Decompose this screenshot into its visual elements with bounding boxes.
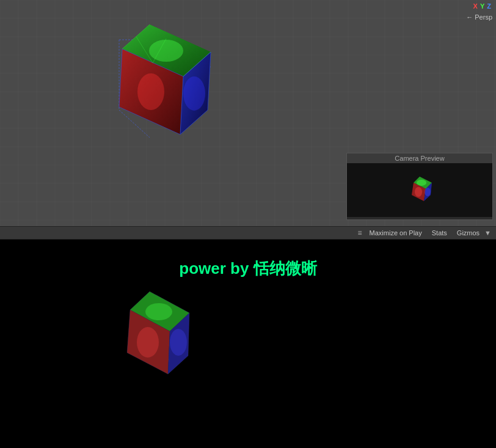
gizmos-button[interactable]: Gizmos bbox=[452, 228, 484, 238]
svg-point-22 bbox=[137, 73, 164, 110]
toolbar-buttons: Maximize on Play Stats Gizmos ▼ bbox=[365, 228, 491, 238]
stats-button[interactable]: Stats bbox=[427, 228, 452, 238]
y-axis-label: Y bbox=[480, 2, 484, 10]
maximize-on-play-button[interactable]: Maximize on Play bbox=[365, 228, 427, 238]
camera-preview-title: Camera Preview bbox=[347, 153, 492, 163]
persp-label: ← Persp bbox=[466, 13, 492, 21]
z-axis-label: Z bbox=[487, 2, 491, 10]
scene-cube bbox=[95, 21, 217, 156]
scene-viewport[interactable]: X Y Z ← Persp bbox=[0, 0, 496, 226]
toolbar-menu-icon[interactable]: ≡ bbox=[358, 229, 362, 237]
power-text: power by 恬纳微晰 bbox=[179, 258, 316, 279]
game-viewport[interactable]: power by 恬纳微晰 bbox=[0, 240, 496, 448]
x-axis-label: X bbox=[473, 2, 478, 10]
svg-point-21 bbox=[149, 40, 183, 62]
camera-preview-panel: Camera Preview bbox=[346, 153, 493, 220]
toolbar-strip: ≡ Maximize on Play Stats Gizmos ▼ bbox=[0, 226, 496, 240]
camera-preview-content bbox=[347, 163, 492, 217]
gizmos-dropdown[interactable]: ▼ bbox=[484, 229, 491, 237]
game-cube bbox=[104, 288, 195, 389]
axis-gizmo: X Y Z bbox=[473, 2, 491, 10]
camera-preview-cube bbox=[404, 175, 435, 205]
svg-point-40 bbox=[137, 327, 159, 358]
svg-point-30 bbox=[417, 180, 426, 186]
svg-point-39 bbox=[145, 303, 172, 320]
svg-point-41 bbox=[170, 329, 187, 356]
svg-point-32 bbox=[425, 188, 431, 196]
svg-point-31 bbox=[415, 187, 422, 197]
svg-point-23 bbox=[183, 76, 205, 111]
